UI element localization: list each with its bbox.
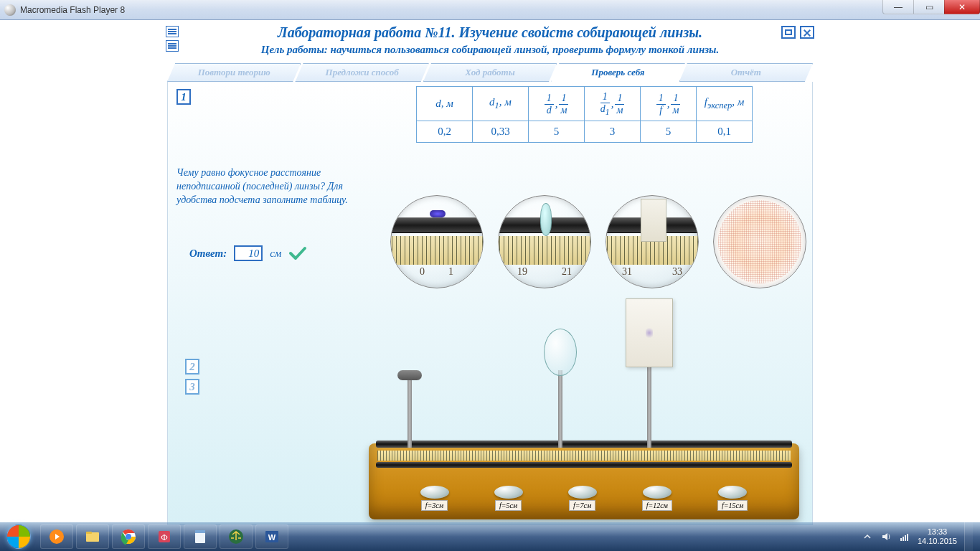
data-table: d, м d1, м 1d, 1м 1d1, 1м — [416, 86, 753, 143]
svg-rect-14 — [905, 535, 906, 541]
table-row: 0,2 0,33 5 3 5 0,1 — [417, 121, 753, 143]
menu-icon[interactable] — [166, 26, 179, 37]
answer-unit: см — [270, 248, 281, 260]
workarea: 1 2 3 d, м d1, м 1d, 1м 1d1, — [167, 82, 813, 525]
taskbar-chrome-icon[interactable] — [112, 524, 145, 549]
tab-label: Ход работы — [465, 67, 514, 78]
cell-d1: 0,33 — [473, 121, 529, 143]
window-titlebar: Macromedia Flash Player 8 — ▭ ✕ — [0, 0, 980, 20]
lens-button-5cm[interactable]: f=5см — [494, 486, 523, 511]
svg-rect-13 — [903, 537, 904, 541]
bench-rail-top — [376, 441, 792, 448]
bench-ruler — [377, 451, 791, 461]
app-icon — [4, 4, 16, 16]
taskbar-media-icon[interactable] — [40, 524, 73, 549]
tab-label: Отчёт — [731, 67, 761, 78]
question-3-button[interactable]: 3 — [185, 379, 199, 395]
col-fexp: fэкспер, м — [697, 87, 753, 121]
maximize-button[interactable]: ▭ — [913, 0, 945, 14]
question-1-button[interactable]: 1 — [176, 89, 191, 105]
taskbar-explorer-icon[interactable] — [76, 524, 109, 549]
cell-inv-d: 5 — [529, 121, 585, 143]
tray-chevron-icon[interactable] — [862, 531, 873, 542]
taskbar-word-icon[interactable]: W — [255, 524, 288, 549]
optical-bench: f=3см f=5см f=7см f=12см f=15см — [369, 347, 799, 519]
app-goal: Цель работы: научиться пользоваться соби… — [170, 42, 810, 60]
cell-fexp: 0,1 — [697, 121, 753, 143]
tab-procedure[interactable]: Ход работы — [423, 63, 557, 82]
col-d1: d1, м — [473, 87, 529, 121]
window-title: Macromedia Flash Player 8 — [20, 5, 125, 15]
lens-button-3cm[interactable]: f=3см — [420, 486, 449, 511]
lens-button-7cm[interactable]: f=7см — [568, 486, 597, 511]
cell-inv-d1: 3 — [585, 121, 641, 143]
app-frame: Лабораторная работа №11. Изучение свойст… — [161, 20, 819, 522]
tray-volume-icon[interactable] — [880, 531, 892, 542]
tab-selftest[interactable]: Проверь себя — [551, 63, 684, 82]
clock-date: 14.10.2015 — [918, 537, 957, 546]
tray-network-icon[interactable] — [899, 531, 910, 542]
svg-rect-15 — [907, 534, 908, 541]
bench-rail-bottom — [376, 462, 792, 468]
svg-text:W: W — [268, 533, 276, 542]
app-close-icon[interactable] — [800, 26, 814, 39]
col-inv-d: 1d, 1м — [529, 87, 585, 121]
magnifier-source[interactable]: 0 1 — [390, 195, 484, 288]
magnifier-screen[interactable]: 31 33 — [606, 195, 699, 288]
answer-row: Ответ: см — [189, 245, 307, 261]
start-button[interactable] — [1, 522, 36, 551]
tab-method[interactable]: Предложи способ — [295, 63, 428, 82]
app-header: Лабораторная работа №11. Изучение свойст… — [161, 20, 819, 63]
col-inv-d1: 1d1, 1м — [585, 87, 641, 121]
tab-label: Предложи способ — [326, 67, 399, 78]
taskbar: Ф W 13:33 14.10.2015 — [0, 522, 980, 551]
system-tray: 13:33 14.10.2015 — [862, 522, 980, 551]
magnifier-row: 0 1 19 21 31 33 — [390, 195, 806, 288]
window-mode-icon[interactable] — [781, 26, 796, 39]
question-2-button[interactable]: 2 — [185, 359, 199, 375]
svg-rect-12 — [900, 538, 902, 541]
check-icon[interactable] — [288, 246, 307, 260]
tab-report[interactable]: Отчёт — [679, 63, 813, 82]
tab-theory[interactable]: Повтори теорию — [167, 63, 301, 82]
svg-point-4 — [126, 534, 131, 540]
taskbar-notes-icon[interactable] — [184, 524, 217, 549]
tab-label: Проверь себя — [591, 67, 644, 78]
light-source[interactable] — [407, 379, 412, 448]
cell-inv-f: 5 — [641, 121, 697, 143]
clock-time: 13:33 — [918, 527, 957, 537]
minimize-button[interactable]: — — [882, 0, 914, 14]
taskbar-app-icon[interactable]: Ф — [148, 524, 181, 549]
col-inv-f: 1f, 1м — [641, 87, 697, 121]
question-text: Чему равно фокусное расстояние неподписа… — [176, 166, 377, 207]
window-controls: — ▭ ✕ — [883, 0, 980, 16]
magnifier-image[interactable] — [713, 195, 806, 288]
magnifier-lens[interactable]: 19 21 — [498, 195, 591, 288]
taskbar-scales-icon[interactable] — [220, 524, 253, 549]
taskbar-clock[interactable]: 13:33 14.10.2015 — [918, 527, 957, 546]
lens-button-12cm[interactable]: f=12см — [642, 486, 672, 511]
calculator-icon[interactable] — [166, 40, 179, 52]
table-header-row: d, м d1, м 1d, 1м 1d1, 1м — [417, 87, 753, 121]
lens-selector-row: f=3см f=5см f=7см f=12см f=15см — [397, 486, 771, 511]
lens-button-15cm[interactable]: f=15см — [717, 486, 748, 511]
answer-label: Ответ: — [189, 248, 227, 260]
lens-on-bench[interactable] — [558, 370, 562, 448]
svg-rect-8 — [195, 530, 205, 533]
screen-on-bench[interactable] — [647, 360, 651, 448]
svg-rect-2 — [86, 532, 92, 534]
col-d: d, м — [417, 87, 473, 121]
tabs: Повтори теорию Предложи способ Ход работ… — [167, 63, 813, 82]
cell-d: 0,2 — [417, 121, 473, 143]
show-desktop-button[interactable] — [964, 522, 973, 551]
svg-text:Ф: Ф — [161, 532, 167, 542]
close-button[interactable]: ✕ — [944, 0, 980, 14]
app-title: Лабораторная работа №11. Изучение свойст… — [170, 24, 810, 42]
tab-label: Повтори теорию — [198, 67, 270, 78]
answer-input[interactable] — [234, 245, 263, 261]
